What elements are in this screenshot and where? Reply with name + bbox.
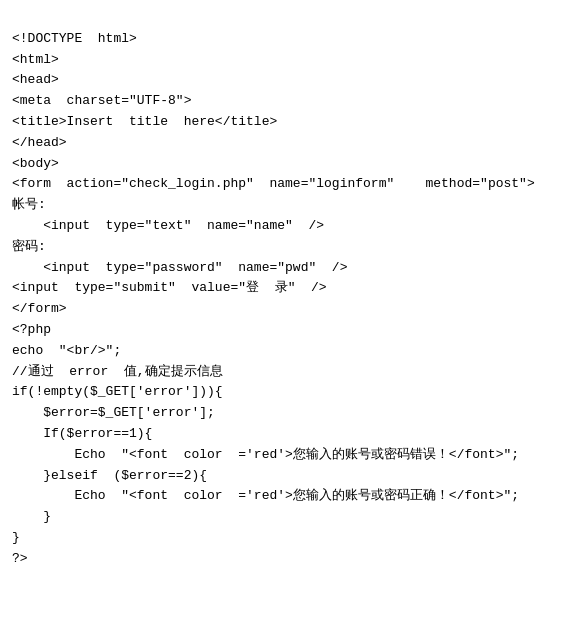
code-line-9: 帐号:	[12, 195, 569, 216]
code-line-21: Echo "<font color ='red'>您输入的账号或密码错误！</f…	[12, 445, 569, 466]
code-line-12: <input type="password" name="pwd" />	[12, 258, 569, 279]
code-line-8: <form action="check_login.php" name="log…	[12, 174, 569, 195]
code-line-20: If($error==1){	[12, 424, 569, 445]
code-line-1: <!DOCTYPE html>	[12, 29, 569, 50]
code-line-19: $error=$_GET['error'];	[12, 403, 569, 424]
code-line-23: Echo "<font color ='red'>您输入的账号或密码正确！</f…	[12, 486, 569, 507]
code-line-3: <head>	[12, 70, 569, 91]
code-line-11: 密码:	[12, 237, 569, 258]
code-line-4: <meta charset="UTF-8">	[12, 91, 569, 112]
code-line-25: }	[12, 528, 569, 549]
code-line-26: ?>	[12, 549, 569, 570]
code-line-14: </form>	[12, 299, 569, 320]
code-line-24: }	[12, 507, 569, 528]
code-line-13: <input type="submit" value="登 录" />	[12, 278, 569, 299]
code-line-2: <html>	[12, 50, 569, 71]
code-line-7: <body>	[12, 154, 569, 175]
code-line-16: echo "<br/>";	[12, 341, 569, 362]
code-line-6: </head>	[12, 133, 569, 154]
code-line-17: //通过 error 值,确定提示信息	[12, 362, 569, 383]
code-line-18: if(!empty($_GET['error'])){	[12, 382, 569, 403]
code-line-10: <input type="text" name="name" />	[12, 216, 569, 237]
code-line-22: }elseif ($error==2){	[12, 466, 569, 487]
code-line-15: <?php	[12, 320, 569, 341]
code-line-5: <title>Insert title here</title>	[12, 112, 569, 133]
code-editor: <!DOCTYPE html><html><head><meta charset…	[0, 0, 581, 578]
